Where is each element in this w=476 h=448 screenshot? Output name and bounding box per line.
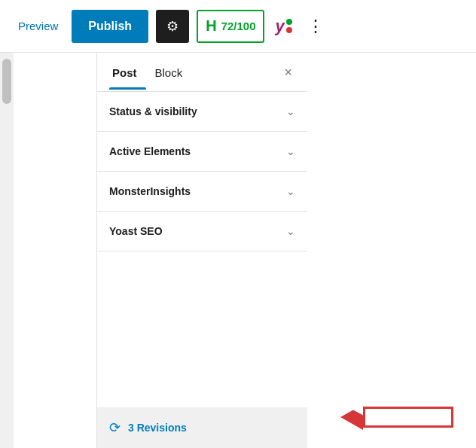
yoast-dot-green xyxy=(286,19,292,25)
accordion-active-elements: Active Elements ⌄ xyxy=(97,132,307,172)
publish-button[interactable]: Publish xyxy=(72,10,148,43)
yoast-button[interactable]: y xyxy=(272,10,294,43)
heading-score-widget[interactable]: H 72/100 xyxy=(197,10,264,43)
more-options-button[interactable]: ⋮ xyxy=(303,17,329,36)
arrow-head-inner xyxy=(343,393,364,416)
accordion-title-monsterinsights: MonsterInsights xyxy=(109,185,191,197)
chevron-down-icon: ⌄ xyxy=(286,105,295,117)
revisions-footer: ⟳ 3 Revisions xyxy=(97,407,307,448)
arrow-annotation xyxy=(340,404,453,430)
accordion-header-status-visibility[interactable]: Status & visibility ⌄ xyxy=(109,92,295,131)
chevron-down-icon-3: ⌄ xyxy=(286,185,295,197)
arrow-head xyxy=(340,404,363,430)
yoast-dots xyxy=(286,19,292,33)
revisions-link[interactable]: 3 Revisions xyxy=(128,422,187,434)
accordion-header-monsterinsights[interactable]: MonsterInsights ⌄ xyxy=(109,172,295,211)
chevron-down-icon-2: ⌄ xyxy=(286,145,295,157)
accordion-header-yoast-seo[interactable]: Yoast SEO ⌄ xyxy=(109,212,295,251)
chevron-down-icon-4: ⌄ xyxy=(286,225,295,237)
arrow-body xyxy=(363,407,453,428)
accordion-title-yoast-seo: Yoast SEO xyxy=(109,225,163,237)
yoast-logo-icon: y xyxy=(275,18,284,35)
accordion-yoast-seo: Yoast SEO ⌄ xyxy=(97,212,307,251)
preview-link[interactable]: Preview xyxy=(12,15,64,37)
scrollbar[interactable] xyxy=(0,53,14,448)
scrollbar-thumb[interactable] xyxy=(2,59,11,104)
tab-post-label: Post xyxy=(112,66,137,79)
red-arrow xyxy=(340,404,453,430)
tab-block[interactable]: Block xyxy=(152,54,192,90)
accordion-title-status-visibility: Status & visibility xyxy=(109,105,197,117)
heading-score-value: 72/100 xyxy=(221,20,256,32)
sidebar-panel: Post Block × Status & visibility ⌄ Activ… xyxy=(96,53,307,448)
close-sidebar-button[interactable]: × xyxy=(281,62,295,82)
accordion-status-visibility: Status & visibility ⌄ xyxy=(97,92,307,132)
heading-h-letter: H xyxy=(206,17,216,35)
toolbar: Preview Publish ⚙ H 72/100 y ⋮ xyxy=(0,0,476,53)
gear-icon: ⚙ xyxy=(166,18,178,35)
revisions-clock-icon: ⟳ xyxy=(109,419,121,436)
sidebar-tabs: Post Block × xyxy=(97,53,307,92)
accordion-header-active-elements[interactable]: Active Elements ⌄ xyxy=(109,132,295,171)
tab-post[interactable]: Post xyxy=(109,54,146,90)
main-area: Post Block × Status & visibility ⌄ Activ… xyxy=(0,53,476,448)
accordion-monsterinsights: MonsterInsights ⌄ xyxy=(97,172,307,212)
tab-block-label: Block xyxy=(155,66,183,79)
accordion-title-active-elements: Active Elements xyxy=(109,145,191,157)
yoast-dot-red xyxy=(286,27,292,33)
settings-button[interactable]: ⚙ xyxy=(156,10,189,43)
